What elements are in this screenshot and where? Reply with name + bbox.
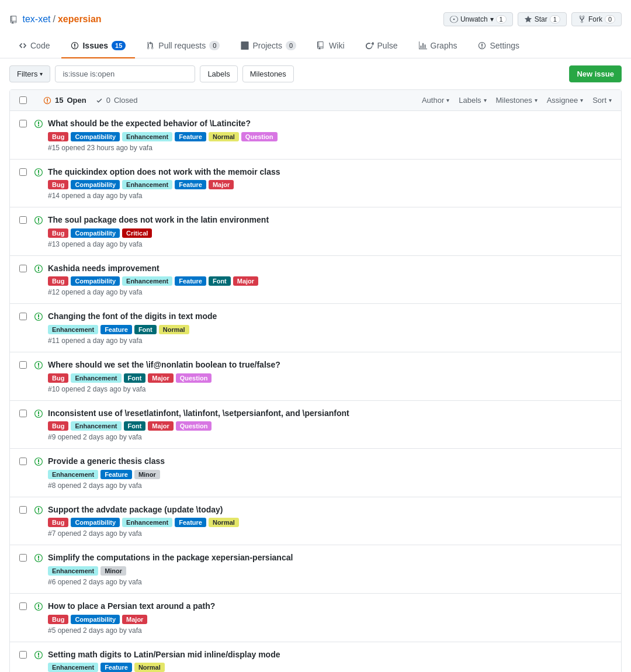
issue-checkbox[interactable]	[19, 216, 27, 224]
issue-label[interactable]: Compatibility	[71, 228, 120, 238]
issue-checkbox[interactable]	[19, 120, 27, 127]
issue-label[interactable]: Minor	[100, 566, 126, 576]
issue-label[interactable]: Font	[124, 373, 146, 383]
author-filter[interactable]: Author ▾	[422, 96, 449, 105]
issue-label[interactable]: Feature	[100, 470, 132, 479]
issue-label[interactable]: Enhancement	[122, 180, 172, 189]
issue-label[interactable]: Critical	[122, 228, 152, 238]
issue-label[interactable]: Font	[209, 276, 231, 286]
select-all-checkbox[interactable]	[19, 96, 27, 104]
issue-title-link[interactable]: Kashida needs improvement	[48, 264, 160, 273]
assignee-filter[interactable]: Assignee ▾	[547, 96, 583, 105]
tab-settings[interactable]: Settings	[469, 34, 529, 58]
star-button[interactable]: Star 1	[518, 12, 567, 26]
closed-issues-count[interactable]: 0 Closed	[96, 96, 138, 105]
tab-pull-requests[interactable]: Pull requests 0	[137, 34, 229, 58]
issue-label[interactable]: Bug	[48, 180, 68, 189]
issue-title-link[interactable]: Simplify the computations in the package…	[48, 553, 293, 562]
issue-label[interactable]: Enhancement	[48, 566, 98, 576]
issue-label[interactable]: Feature	[175, 276, 206, 286]
issue-checkbox[interactable]	[19, 554, 27, 562]
issue-label[interactable]: Compatibility	[71, 132, 120, 141]
issue-title-link[interactable]: Support the advdate package (update \tod…	[48, 505, 223, 514]
issue-label[interactable]: Compatibility	[71, 180, 120, 189]
issue-label[interactable]: Feature	[100, 325, 132, 334]
milestones-filter[interactable]: Milestones ▾	[496, 96, 538, 105]
issue-checkbox[interactable]	[19, 410, 27, 417]
fork-button[interactable]: Fork 0	[571, 12, 622, 26]
issue-label[interactable]: Question	[176, 373, 212, 383]
tab-graphs[interactable]: Graphs	[410, 34, 467, 58]
issue-label[interactable]: Normal	[159, 325, 189, 334]
issue-title-link[interactable]: The soul package does not work in the la…	[48, 215, 269, 224]
search-input[interactable]	[55, 65, 195, 82]
issue-title-link[interactable]: How to place a Persian text around a pat…	[48, 601, 215, 611]
issue-label[interactable]: Major	[209, 180, 234, 189]
issue-label[interactable]: Question	[176, 421, 212, 431]
tab-wiki[interactable]: Wiki	[308, 34, 353, 58]
issue-title-link[interactable]: Inconsistent use of \resetlatinfont, \la…	[48, 408, 349, 418]
issue-title-link[interactable]: Provide a generic thesis class	[48, 456, 165, 466]
issue-label[interactable]: Compatibility	[71, 518, 120, 527]
labels-button[interactable]: Labels	[200, 65, 237, 82]
issue-label[interactable]: Enhancement	[122, 276, 172, 286]
sort-filter[interactable]: Sort ▾	[592, 96, 612, 105]
issue-label[interactable]: Enhancement	[122, 132, 172, 141]
issue-label[interactable]: Compatibility	[71, 276, 120, 286]
issue-checkbox[interactable]	[19, 458, 27, 465]
issue-label[interactable]: Enhancement	[48, 325, 98, 334]
filter-button[interactable]: Filters ▾	[9, 65, 50, 82]
issue-label[interactable]: Bug	[48, 518, 68, 527]
repo-name-link[interactable]: xepersian	[58, 14, 102, 24]
tab-pulse[interactable]: Pulse	[356, 34, 407, 58]
issue-label[interactable]: Normal	[209, 132, 239, 141]
issue-checkbox[interactable]	[19, 651, 27, 659]
issue-title-link[interactable]: Changing the font of the digits in text …	[48, 311, 217, 321]
issue-label[interactable]: Bug	[48, 373, 68, 383]
issue-label[interactable]: Enhancement	[71, 421, 121, 431]
issue-label[interactable]: Feature	[100, 663, 132, 672]
issue-label[interactable]: Normal	[209, 518, 239, 527]
issue-label[interactable]: Bug	[48, 276, 68, 286]
issue-label[interactable]: Bug	[48, 228, 68, 238]
issue-label[interactable]: Major	[148, 373, 173, 383]
issue-label[interactable]: Major	[233, 276, 258, 286]
issue-label[interactable]: Feature	[175, 180, 206, 189]
issue-checkbox[interactable]	[19, 506, 27, 514]
issue-checkbox[interactable]	[19, 361, 27, 369]
issue-label[interactable]: Minor	[134, 470, 160, 479]
labels-filter[interactable]: Labels ▾	[459, 96, 486, 105]
issue-label[interactable]: Bug	[48, 615, 68, 624]
issue-label[interactable]: Enhancement	[71, 373, 121, 383]
watch-button[interactable]: Unwatch ▾ 1	[443, 12, 513, 26]
issue-label[interactable]: Major	[148, 421, 173, 431]
issue-labels: EnhancementMinor	[48, 566, 612, 576]
issue-label[interactable]: Bug	[48, 132, 68, 141]
issue-checkbox[interactable]	[19, 313, 27, 320]
issue-label[interactable]: Normal	[134, 663, 165, 672]
issue-checkbox[interactable]	[19, 168, 27, 176]
issue-label[interactable]: Enhancement	[48, 470, 98, 479]
issue-label[interactable]: Feature	[175, 132, 206, 141]
issue-label[interactable]: Question	[241, 132, 278, 141]
issue-label[interactable]: Feature	[175, 518, 206, 527]
issue-title-link[interactable]: Setting math digits to Latin/Persian mid…	[48, 650, 280, 659]
issue-title-link[interactable]: Where should we set the \if@nonlatin boo…	[48, 360, 280, 369]
new-issue-button[interactable]: New issue	[569, 65, 622, 82]
issue-title-link[interactable]: What should be the expected behavior of …	[48, 119, 251, 128]
issue-label[interactable]: Font	[124, 421, 146, 431]
issue-checkbox[interactable]	[19, 602, 27, 610]
issue-label[interactable]: Enhancement	[48, 663, 98, 672]
tab-projects[interactable]: Projects 0	[231, 34, 306, 58]
milestones-button[interactable]: Milestones	[242, 65, 294, 82]
issue-label[interactable]: Compatibility	[71, 615, 120, 624]
issue-label[interactable]: Font	[134, 325, 157, 334]
repo-owner-link[interactable]: tex-xet	[22, 14, 50, 24]
issue-label[interactable]: Bug	[48, 421, 68, 431]
issue-title-link[interactable]: The quickindex option does not work with…	[48, 167, 280, 176]
tab-code[interactable]: Code	[9, 34, 59, 58]
issue-label[interactable]: Enhancement	[122, 518, 172, 527]
issue-checkbox[interactable]	[19, 265, 27, 272]
tab-issues[interactable]: Issues 15	[61, 34, 135, 58]
issue-label[interactable]: Major	[122, 615, 147, 624]
